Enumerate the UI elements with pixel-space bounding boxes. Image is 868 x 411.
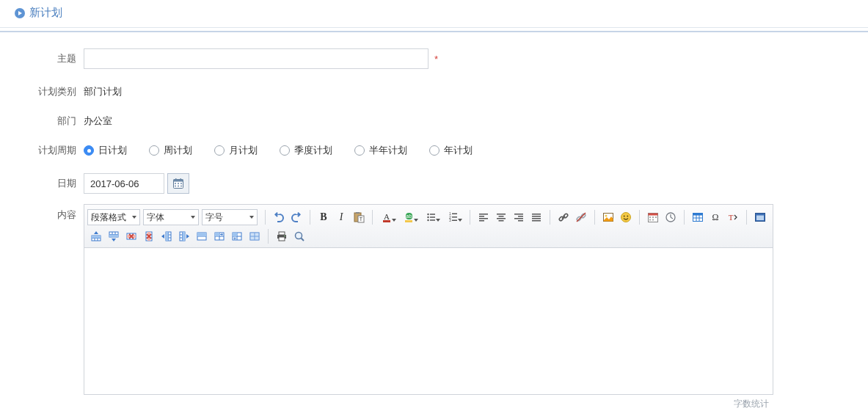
special-char-button[interactable]: Ω bbox=[707, 209, 723, 225]
period-radio-4[interactable]: 半年计划 bbox=[354, 144, 407, 157]
row-department: 部门 办公室 bbox=[0, 114, 868, 128]
delete-col-button[interactable] bbox=[141, 228, 157, 244]
italic-button[interactable]: I bbox=[333, 209, 349, 225]
merge-right-button[interactable] bbox=[211, 228, 227, 244]
font-size-select[interactable]: 字号 bbox=[202, 209, 258, 225]
svg-rect-63 bbox=[652, 219, 654, 221]
split-cells-button[interactable] bbox=[247, 228, 263, 244]
insert-time-button[interactable] bbox=[663, 209, 679, 225]
align-justify-button[interactable] bbox=[528, 209, 544, 225]
table-icon bbox=[692, 211, 704, 223]
period-radio-2[interactable]: 月计划 bbox=[214, 144, 258, 157]
align-left-button[interactable] bbox=[475, 209, 492, 225]
period-radio-1[interactable]: 周计划 bbox=[149, 144, 192, 157]
svg-rect-9 bbox=[180, 186, 182, 187]
svg-rect-109 bbox=[183, 232, 186, 241]
separator bbox=[310, 210, 310, 225]
row-content: 内容 段落格式 字体 字号 B I T bbox=[0, 204, 868, 410]
split-cells-icon bbox=[249, 230, 260, 242]
redo-button[interactable] bbox=[288, 209, 304, 225]
merge-cells-icon bbox=[196, 230, 208, 242]
source-button[interactable]: T bbox=[725, 209, 741, 225]
align-right-icon bbox=[513, 211, 525, 223]
insert-col-before-icon bbox=[161, 230, 172, 242]
separator bbox=[639, 210, 640, 225]
insert-date-button[interactable] bbox=[645, 209, 661, 225]
row-category: 计划类别 部门计划 bbox=[0, 85, 868, 98]
fullscreen-button[interactable] bbox=[752, 209, 768, 225]
svg-rect-104 bbox=[166, 232, 169, 241]
svg-rect-39 bbox=[514, 214, 523, 215]
svg-rect-35 bbox=[497, 214, 506, 215]
ordered-list-button[interactable]: 123 bbox=[444, 209, 464, 225]
svg-rect-32 bbox=[479, 216, 484, 217]
editor-body[interactable] bbox=[84, 248, 773, 395]
required-mark: * bbox=[434, 54, 438, 65]
svg-rect-18 bbox=[405, 220, 412, 222]
svg-rect-8 bbox=[178, 186, 179, 187]
insert-row-after-button[interactable] bbox=[106, 228, 122, 244]
svg-rect-85 bbox=[109, 235, 118, 238]
svg-rect-124 bbox=[250, 233, 259, 240]
svg-text:ab: ab bbox=[406, 214, 412, 219]
align-left-icon bbox=[478, 211, 489, 223]
svg-rect-31 bbox=[479, 214, 488, 215]
merge-down-button[interactable] bbox=[229, 228, 245, 244]
row-period: 计划周期 日计划周计划月计划季度计划半年计划年计划 bbox=[0, 144, 868, 157]
row-subject: 主题 * bbox=[0, 48, 868, 69]
link-button[interactable] bbox=[555, 209, 572, 225]
paste-plain-button[interactable]: T bbox=[351, 209, 367, 225]
bold-button[interactable]: B bbox=[316, 209, 332, 225]
svg-rect-41 bbox=[514, 218, 523, 219]
format-select[interactable]: 段落格式 bbox=[87, 209, 140, 225]
svg-rect-75 bbox=[756, 216, 764, 221]
svg-rect-50 bbox=[580, 213, 586, 218]
insert-table-button[interactable] bbox=[690, 209, 706, 225]
date-input[interactable] bbox=[84, 173, 164, 194]
insert-image-button[interactable] bbox=[600, 209, 616, 225]
unordered-list-button[interactable] bbox=[422, 209, 442, 225]
insert-col-before-button[interactable] bbox=[158, 228, 175, 244]
radio-icon bbox=[280, 145, 290, 156]
svg-rect-120 bbox=[233, 233, 237, 236]
font-family-select[interactable]: 字体 bbox=[143, 209, 199, 225]
svg-rect-62 bbox=[649, 219, 651, 221]
svg-rect-44 bbox=[532, 216, 541, 217]
svg-point-53 bbox=[605, 215, 608, 217]
insert-row-before-button[interactable] bbox=[88, 228, 104, 244]
emoji-button[interactable] bbox=[618, 209, 634, 225]
period-radio-0[interactable]: 日计划 bbox=[84, 144, 127, 157]
svg-rect-80 bbox=[92, 236, 101, 239]
svg-rect-20 bbox=[430, 214, 435, 215]
subject-input[interactable] bbox=[84, 48, 428, 69]
delete-row-button[interactable] bbox=[123, 228, 139, 244]
calendar-button[interactable] bbox=[167, 173, 189, 194]
align-center-button[interactable] bbox=[493, 209, 509, 225]
svg-rect-36 bbox=[499, 216, 504, 217]
preview-button[interactable] bbox=[291, 228, 307, 244]
svg-text:T: T bbox=[360, 217, 363, 222]
label-period: 计划周期 bbox=[15, 144, 84, 157]
radio-icon bbox=[354, 145, 365, 156]
label-content: 内容 bbox=[15, 204, 84, 222]
page-header: 新计划 bbox=[0, 0, 868, 27]
word-count[interactable]: 字数统计 bbox=[84, 395, 773, 410]
period-radio-3[interactable]: 季度计划 bbox=[280, 144, 332, 157]
radio-label: 周计划 bbox=[164, 144, 192, 157]
period-radio-5[interactable]: 年计划 bbox=[429, 144, 473, 157]
source-icon: T bbox=[727, 211, 739, 223]
smiley-icon bbox=[620, 211, 632, 223]
undo-button[interactable] bbox=[271, 209, 287, 225]
label-category: 计划类别 bbox=[15, 85, 84, 98]
svg-point-54 bbox=[621, 213, 631, 222]
print-button[interactable] bbox=[274, 228, 290, 244]
svg-rect-46 bbox=[532, 220, 541, 222]
svg-rect-33 bbox=[479, 218, 488, 219]
merge-cells-button[interactable] bbox=[194, 228, 210, 244]
align-right-button[interactable] bbox=[511, 209, 527, 225]
separator bbox=[746, 210, 747, 225]
highlight-button[interactable]: ab bbox=[400, 209, 420, 225]
font-color-button[interactable]: A bbox=[378, 209, 398, 225]
unlink-button[interactable] bbox=[573, 209, 589, 225]
insert-col-after-button[interactable] bbox=[176, 228, 192, 244]
